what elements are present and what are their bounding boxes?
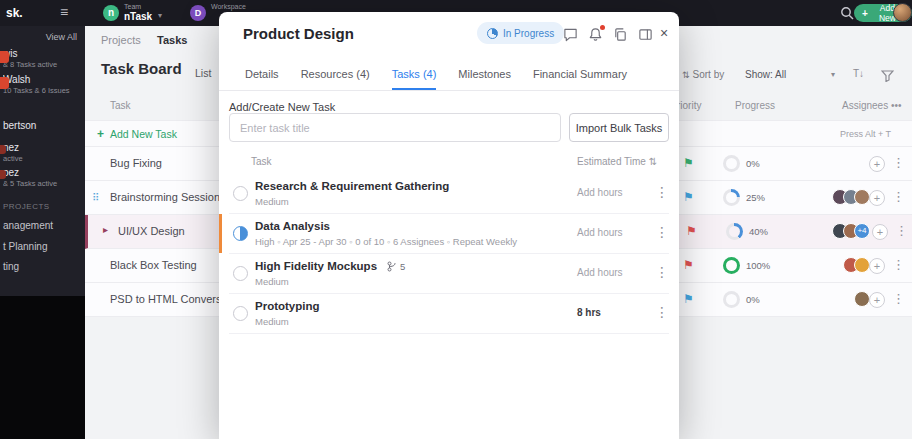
- modal-title: Product Design: [243, 25, 354, 42]
- task-status-radio[interactable]: [233, 266, 248, 281]
- add-assignee-button[interactable]: +: [869, 156, 885, 172]
- row-menu-icon[interactable]: ⋮: [655, 304, 669, 320]
- sidebar-project-item[interactable]: ting: [3, 261, 19, 272]
- chevron-down-icon[interactable]: ▾: [158, 11, 162, 20]
- progress-label: 25%: [746, 192, 765, 203]
- row-menu-icon[interactable]: ⋮: [655, 264, 669, 280]
- row-menu-icon[interactable]: ⋮: [655, 184, 669, 200]
- row-menu-icon[interactable]: ⋮: [895, 223, 908, 238]
- task-status-radio[interactable]: [233, 186, 248, 201]
- row-menu-icon[interactable]: ⋮: [892, 291, 905, 306]
- assignee-avatars: [832, 189, 870, 205]
- team-name-dropdown[interactable]: nTask: [124, 11, 152, 22]
- progress-ring: [723, 189, 740, 206]
- team-label: Team: [124, 3, 141, 10]
- add-assignee-button[interactable]: +: [872, 224, 888, 240]
- tab-details[interactable]: Details: [245, 58, 279, 90]
- modal-task-list: Task Estimated Time ⇅ Research & Require…: [229, 152, 669, 334]
- sidebar-item[interactable]: bertson: [3, 120, 83, 132]
- hamburger-icon[interactable]: ≡: [60, 4, 68, 20]
- list-item[interactable]: Research & Requirement Gathering Medium …: [229, 174, 669, 214]
- drag-handle-icon[interactable]: ⠿: [92, 192, 99, 203]
- column-header-assignees: Assignees: [842, 100, 888, 111]
- assignee-avatars: +4: [832, 223, 870, 239]
- progress-label: 0%: [746, 158, 760, 169]
- add-assignee-button[interactable]: +: [869, 190, 885, 206]
- column-header-progress: Progress: [735, 100, 775, 111]
- window-title: sk.: [6, 6, 23, 20]
- list-item-selected[interactable]: Data Analysis High ◦ Apr 25 - Apr 30 ◦ 0…: [229, 214, 669, 254]
- notification-badge: [0, 51, 9, 63]
- close-icon[interactable]: ×: [660, 25, 676, 41]
- priority-flag-icon[interactable]: ⚑: [683, 292, 694, 306]
- status-badge[interactable]: In Progress: [477, 22, 564, 44]
- extra-assignees-badge[interactable]: +4: [854, 223, 870, 239]
- progress-ring: [723, 257, 740, 274]
- copy-icon[interactable]: [613, 27, 629, 43]
- workspace-avatar[interactable]: D: [190, 5, 206, 21]
- row-menu-icon[interactable]: ⋮: [892, 155, 905, 170]
- estimated-time-field[interactable]: Add hours: [577, 227, 623, 238]
- priority-flag-icon[interactable]: ⚑: [683, 190, 694, 204]
- task-title-input[interactable]: [229, 113, 561, 142]
- priority-flag-icon[interactable]: ⚑: [683, 156, 694, 170]
- estimated-time-field[interactable]: 8 hrs: [577, 307, 601, 318]
- tab-financial-summary[interactable]: Financial Summary: [533, 58, 627, 90]
- expand-caret-icon[interactable]: ▸: [103, 224, 108, 235]
- search-icon[interactable]: [840, 6, 854, 24]
- import-bulk-tasks-button[interactable]: Import Bulk Tasks: [569, 113, 669, 142]
- task-list-header: Task Estimated Time ⇅: [229, 152, 669, 174]
- row-menu-icon[interactable]: ⋮: [892, 189, 905, 204]
- view-switcher-list[interactable]: List: [195, 67, 211, 79]
- progress-ring: [723, 291, 740, 308]
- sidebar-item[interactable]: wis & 8 Tasks active: [3, 48, 83, 70]
- add-assignee-button[interactable]: +: [869, 292, 885, 308]
- task-status-radio[interactable]: [233, 306, 248, 321]
- in-progress-status-icon[interactable]: [233, 226, 248, 241]
- progress-ring-icon: [487, 28, 498, 39]
- sidebar-item[interactable]: pez & 5 Tasks active: [3, 167, 83, 189]
- sidebar-item[interactable]: nez active: [3, 142, 83, 164]
- estimated-time-field[interactable]: Add hours: [577, 187, 623, 198]
- column-header-task: Task: [110, 100, 131, 111]
- filter-icon[interactable]: [881, 68, 894, 86]
- avatar: [854, 189, 870, 205]
- priority-flag-icon[interactable]: ⚑: [686, 224, 697, 238]
- user-avatar[interactable]: [893, 3, 912, 22]
- list-item[interactable]: Prototyping Medium 8 hrs ⋮: [229, 294, 669, 334]
- tab-tasks[interactable]: Tasks: [157, 34, 187, 46]
- row-menu-icon[interactable]: ⋮: [655, 224, 669, 240]
- sidebar-item[interactable]: Walsh 10 Tasks & 6 Issues: [3, 74, 83, 96]
- sort-arrows-icon: ⇅: [682, 70, 690, 80]
- row-menu-icon[interactable]: ⋮: [892, 257, 905, 272]
- page-title: Task Board: [101, 60, 182, 77]
- avatar: [854, 291, 870, 307]
- sort-by-control[interactable]: ⇅Sort by: [682, 69, 724, 80]
- sort-arrows-icon: ⇅: [649, 156, 657, 167]
- sort-order-icon[interactable]: T↓: [853, 68, 864, 79]
- sidebar-project-item[interactable]: t Planning: [3, 241, 47, 252]
- tab-resources[interactable]: Resources (4): [301, 58, 370, 90]
- show-filter-dropdown[interactable]: Show: All▾: [735, 65, 839, 85]
- tab-projects[interactable]: Projects: [101, 34, 141, 46]
- notification-badge: [0, 170, 6, 179]
- tab-tasks[interactable]: Tasks (4): [392, 58, 437, 90]
- comment-icon[interactable]: [563, 27, 579, 43]
- list-item[interactable]: High Fidelity Mockups5 Medium Add hours …: [229, 254, 669, 294]
- app-screen: sk. ≡ n Team nTask ▾ D Workspace + Add N…: [0, 0, 912, 439]
- subtask-count: 5: [400, 261, 405, 272]
- sidebar-project-item[interactable]: anagement: [3, 220, 53, 231]
- column-header-estimated-time[interactable]: Estimated Time ⇅: [577, 156, 657, 167]
- sidebar: View All wis & 8 Tasks active Walsh 10 T…: [0, 26, 85, 439]
- tab-milestones[interactable]: Milestones: [458, 58, 511, 90]
- add-assignee-button[interactable]: +: [869, 258, 885, 274]
- notification-badge: [0, 145, 6, 154]
- priority-flag-icon[interactable]: ⚑: [683, 258, 694, 272]
- notification-icon[interactable]: [588, 27, 604, 43]
- view-all-link[interactable]: View All: [46, 32, 77, 42]
- estimated-time-field[interactable]: Add hours: [577, 267, 623, 278]
- panel-icon[interactable]: [638, 27, 654, 43]
- progress-label: 0%: [746, 294, 760, 305]
- column-header-task: Task: [251, 156, 272, 167]
- column-header-more[interactable]: •••: [891, 100, 902, 111]
